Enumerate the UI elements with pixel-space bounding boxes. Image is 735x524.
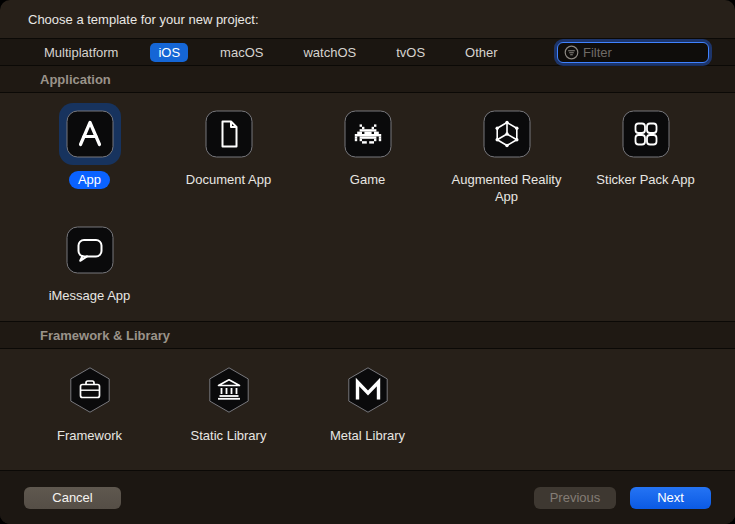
tab-other[interactable]: Other (457, 43, 506, 62)
template-sticker-pack-app[interactable]: Sticker Pack App (576, 103, 715, 205)
platform-tabs: Multiplatform iOS macOS watchOS tvOS Oth… (36, 43, 557, 62)
metal-m-hexagon-icon (344, 366, 392, 414)
tab-tvos[interactable]: tvOS (388, 43, 433, 62)
template-game[interactable]: Game (298, 103, 437, 205)
tab-multiplatform[interactable]: Multiplatform (36, 43, 126, 62)
previous-button[interactable]: Previous (534, 487, 616, 509)
icon-frame (59, 359, 121, 421)
icon-frame (198, 359, 260, 421)
new-project-template-dialog: Choose a template for your new project: … (0, 0, 735, 524)
document-icon (205, 110, 253, 158)
icon-frame (337, 103, 399, 165)
template-augmented-reality-app[interactable]: Augmented Reality App (437, 103, 576, 205)
template-label: Static Library (191, 427, 267, 444)
selection-highlight (59, 103, 121, 165)
section-title: Application (40, 72, 111, 87)
template-static-library[interactable]: Static Library (159, 359, 298, 444)
space-invader-icon (344, 110, 392, 158)
app-a-icon (66, 110, 114, 158)
icon-frame (59, 219, 121, 281)
icon-frame (198, 103, 260, 165)
footer-bar: Cancel Previous Next (0, 470, 735, 524)
template-label: App (69, 171, 110, 189)
template-label: Document App (186, 171, 271, 188)
dialog-title: Choose a template for your new project: (0, 0, 735, 38)
application-template-grid: App Document App (0, 93, 735, 321)
briefcase-hexagon-icon (66, 366, 114, 414)
filter-icon (564, 45, 579, 60)
filter-field[interactable] (557, 42, 709, 63)
filter-input[interactable] (583, 45, 702, 60)
template-label: Game (350, 171, 385, 188)
template-framework[interactable]: Framework (20, 359, 159, 444)
section-header-application: Application (0, 66, 735, 93)
template-label: Metal Library (330, 427, 405, 444)
footer-right-buttons: Previous Next (534, 487, 711, 509)
template-label: Sticker Pack App (596, 171, 694, 188)
template-app[interactable]: App (20, 103, 159, 205)
template-document-app[interactable]: Document App (159, 103, 298, 205)
template-label: Framework (57, 427, 122, 444)
platform-tab-bar: Multiplatform iOS macOS watchOS tvOS Oth… (0, 38, 735, 66)
section-header-framework-library: Framework & Library (0, 321, 735, 349)
tab-macos[interactable]: macOS (212, 43, 271, 62)
sticker-grid-icon (622, 110, 670, 158)
next-button[interactable]: Next (630, 487, 711, 509)
tab-watchos[interactable]: watchOS (295, 43, 364, 62)
cancel-button[interactable]: Cancel (24, 487, 121, 509)
icon-frame (337, 359, 399, 421)
icon-frame (476, 103, 538, 165)
template-label: Augmented Reality App (451, 171, 563, 205)
ar-cube-icon (483, 110, 531, 158)
template-metal-library[interactable]: Metal Library (298, 359, 437, 444)
message-bubble-icon (66, 226, 114, 274)
tab-ios[interactable]: iOS (150, 43, 188, 62)
template-label: iMessage App (49, 287, 131, 304)
section-title: Framework & Library (40, 328, 170, 343)
framework-library-template-grid: Framework Static Library (0, 349, 735, 470)
bank-hexagon-icon (205, 366, 253, 414)
template-imessage-app[interactable]: iMessage App (20, 219, 159, 304)
icon-frame (615, 103, 677, 165)
